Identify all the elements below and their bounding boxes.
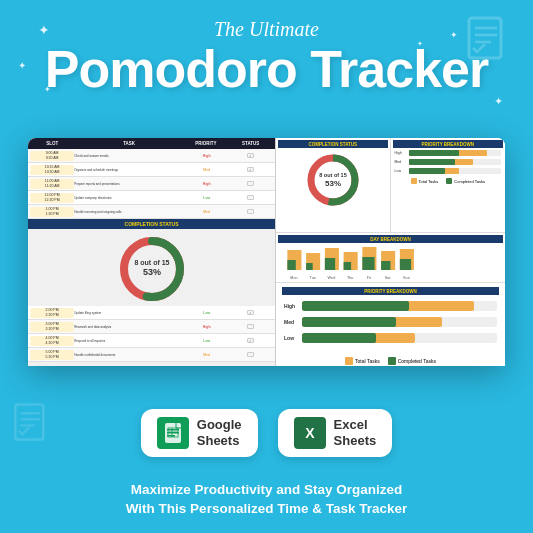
- svg-text:8 out of 15: 8 out of 15: [319, 172, 347, 178]
- top-charts: COMPLETION STATUS 8 out of 15 53% PRIORI…: [276, 138, 505, 233]
- svg-rect-25: [344, 262, 351, 270]
- cell-task: Update filing system: [74, 311, 184, 315]
- sparkle-6: ✦: [417, 40, 423, 48]
- big-priority-breakdown: PRIORITY BREAKDOWN High Med: [276, 283, 505, 366]
- google-label-line1: Google: [197, 417, 242, 433]
- bottom-line2: With This Personalized Time & Task Track…: [0, 499, 533, 519]
- completion-title-bar: COMPLETION STATUS: [28, 219, 275, 229]
- cell-priority: Med: [185, 353, 229, 357]
- svg-text:53%: 53%: [325, 179, 341, 188]
- svg-rect-21: [306, 263, 313, 270]
- cell-task: Organize and schedule meetings: [74, 168, 184, 172]
- buttons-area: Google Sheets X Excel Sheets: [0, 409, 533, 457]
- checklist-icon-tr: [463, 14, 511, 62]
- main-title: Pomodoro Tracker: [0, 43, 533, 95]
- bar-track-low: [409, 168, 501, 174]
- google-label-line2: Sheets: [197, 433, 242, 449]
- svg-rect-41: [167, 429, 179, 431]
- cell-task: Research and data analysis: [74, 325, 184, 329]
- mini-completion-title: COMPLETION STATUS: [278, 140, 387, 148]
- sparkle-4: ✦: [450, 30, 458, 40]
- cell-status: ✓: [229, 310, 273, 315]
- bottom-line1: Maximize Productivity and Stay Organized: [0, 480, 533, 500]
- bar-track-high: [302, 301, 497, 311]
- google-sheets-label: Google Sheets: [197, 417, 242, 448]
- bar-label-low: Low: [395, 169, 407, 173]
- svg-text:Tue: Tue: [310, 275, 316, 280]
- legend-total: Total Tasks: [411, 178, 439, 184]
- table-header: SLOT TASK PRIORITY STATUS: [28, 138, 275, 149]
- col-status: STATUS: [228, 140, 273, 147]
- svg-text:Sun: Sun: [403, 275, 410, 280]
- legend-done: Completed Tasks: [446, 178, 485, 184]
- google-sheets-icon: [157, 417, 189, 449]
- big-legend-label-total: Total Tasks: [355, 358, 380, 364]
- col-task: TASK: [75, 140, 184, 147]
- bar-completed-low: [302, 333, 376, 343]
- big-bars: High Med: [282, 297, 499, 353]
- cell-status: [229, 195, 273, 201]
- svg-text:53%: 53%: [143, 267, 161, 277]
- google-sheets-button[interactable]: Google Sheets: [141, 409, 258, 457]
- priority-bar-med: Med: [284, 317, 497, 327]
- mini-completion: COMPLETION STATUS 8 out of 15 53%: [276, 138, 390, 232]
- bar-done-low: [409, 168, 446, 174]
- donut-area: 8 out of 15 53%: [28, 232, 275, 306]
- big-legend-label-done: Completed Tasks: [398, 358, 436, 364]
- bar-label-high: High: [395, 151, 407, 155]
- sparkle-2: ✦: [18, 60, 26, 71]
- cell-task: Prepare reports and presentations: [74, 182, 184, 186]
- table-row: 12:00 PM 12:30 PM Update company directo…: [28, 191, 275, 205]
- sparkle-1: ✦: [38, 22, 50, 38]
- cell-slot: 9:00 AM 9:30 AM: [30, 151, 74, 161]
- day-breakdown: DAY BREAKDOWN: [276, 233, 505, 283]
- cell-status: [229, 181, 273, 187]
- cell-slot: 5:00 PM 5:30 PM: [30, 350, 74, 360]
- priority-label-med: Med: [284, 319, 302, 325]
- sparkle-3: ✦: [44, 85, 51, 94]
- priority-bar-low: Low: [284, 333, 497, 343]
- mini-bar-med: Med: [395, 159, 501, 165]
- sparkle-5: ✦: [494, 95, 503, 108]
- bar-done-high: [409, 150, 460, 156]
- table-row: 3:00 PM 3:30 PM Research and data analys…: [28, 320, 275, 334]
- big-legend-dot-done: [388, 357, 396, 365]
- table-row: 1:00 PM 1:30 PM Handle incoming and outg…: [28, 205, 275, 219]
- cell-priority: Med: [185, 168, 229, 172]
- table-row: 11:00 AM 11:20 AM Prepare reports and pr…: [28, 177, 275, 191]
- excel-label-line1: Excel: [334, 417, 377, 433]
- cell-task: Update company directories: [74, 196, 184, 200]
- svg-text:Fri: Fri: [367, 275, 371, 280]
- bottom-text: Maximize Productivity and Stay Organized…: [0, 480, 533, 519]
- monitor-screen: SLOT TASK PRIORITY STATUS 9:00 AM 9:30 A…: [28, 138, 505, 366]
- background: ✦ ✦ ✦ ✦ ✦ ✦ The Ultimate Pomodoro Tracke…: [0, 0, 533, 533]
- cell-status: [229, 209, 273, 215]
- cell-slot: 12:00 PM 12:30 PM: [30, 193, 74, 203]
- excel-sheets-label: Excel Sheets: [334, 417, 377, 448]
- big-legend: Total Tasks Completed Tasks: [282, 357, 499, 365]
- cell-slot: 10:15 AM 10:30 AM: [30, 165, 74, 175]
- svg-text:Thu: Thu: [347, 275, 353, 280]
- cell-status: ✓: [229, 153, 273, 158]
- col-slot: SLOT: [30, 140, 75, 147]
- svg-text:8 out of 15: 8 out of 15: [134, 259, 169, 266]
- cell-status: ✓: [229, 167, 273, 172]
- cell-task: Check and answer emails: [74, 154, 184, 158]
- cell-priority: High: [185, 154, 229, 158]
- header: The Ultimate Pomodoro Tracker: [0, 0, 533, 95]
- cell-slot: 3:00 PM 3:30 PM: [30, 322, 74, 332]
- table-row: 2:00 PM 2:30 PM Update filing system Low…: [28, 306, 275, 320]
- bar-track-med: [302, 317, 497, 327]
- cell-priority: High: [185, 325, 229, 329]
- bar-label-med: Med: [395, 160, 407, 164]
- cell-status: [229, 324, 273, 330]
- svg-rect-19: [287, 260, 295, 270]
- priority-label-high: High: [284, 303, 302, 309]
- svg-text:Sat: Sat: [385, 275, 391, 280]
- cell-task: Respond to all inquiries: [74, 339, 184, 343]
- cell-priority: High: [185, 182, 229, 186]
- bar-track-low: [302, 333, 497, 343]
- excel-sheets-button[interactable]: X Excel Sheets: [278, 409, 393, 457]
- legend-dot-total: [411, 178, 417, 184]
- big-priority-title-bar: PRIORITY BREAKDOWN: [282, 287, 499, 295]
